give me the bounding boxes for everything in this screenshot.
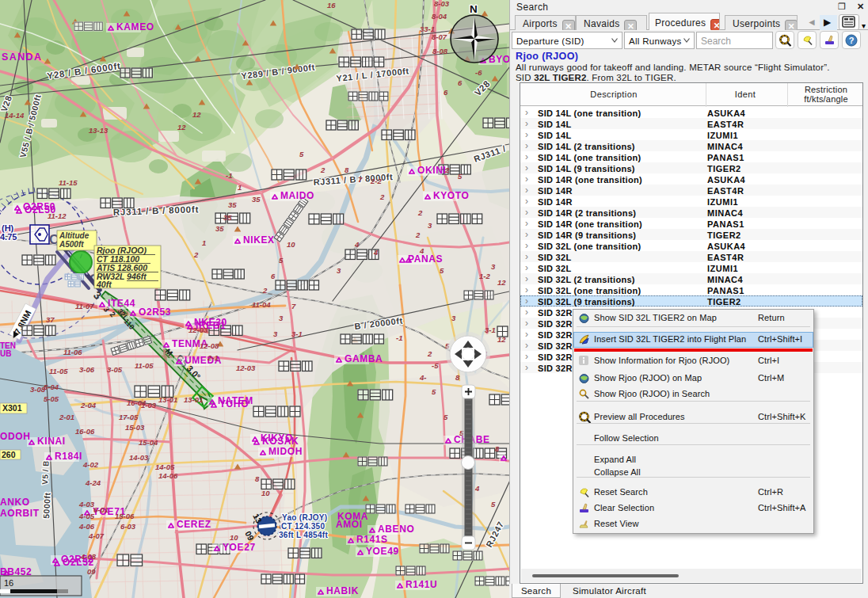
svg-text:11-05: 11-05	[49, 367, 68, 375]
svg-text:3-1: 3-1	[485, 326, 496, 334]
svg-text:2: 2	[417, 208, 423, 217]
svg-text:14-06: 14-06	[158, 471, 178, 480]
svg-text:33-1: 33-1	[420, 25, 435, 33]
svg-text:2: 2	[415, 230, 421, 239]
svg-text:4-06: 4-06	[78, 522, 95, 531]
svg-text:2-1: 2-1	[207, 353, 219, 362]
svg-text:5: 5	[440, 266, 444, 275]
svg-text:11-04: 11-04	[252, 300, 271, 309]
svg-text:16: 16	[327, 1, 336, 10]
svg-text:3: 3	[279, 314, 284, 322]
svg-text:2: 2	[379, 192, 385, 201]
svg-text:1-03: 1-03	[141, 401, 157, 409]
svg-text:10: 10	[230, 533, 238, 542]
svg-text:4-: 4-	[419, 373, 426, 382]
svg-text:3: 3	[337, 266, 341, 275]
svg-text:5: 5	[444, 413, 448, 421]
svg-text:5: 5	[279, 256, 284, 265]
svg-text:12: 12	[192, 110, 201, 119]
svg-text:10: 10	[261, 489, 270, 497]
svg-text:R141U: R141U	[405, 579, 437, 590]
svg-text:R184I: R184I	[55, 451, 82, 462]
svg-text:CEREZ: CEREZ	[177, 519, 211, 530]
svg-text:A500ft: A500ft	[59, 240, 84, 249]
svg-text:2-04: 2-04	[80, 401, 97, 409]
svg-text:8: 8	[495, 444, 500, 453]
svg-text:7: 7	[291, 302, 296, 310]
svg-text:6-01: 6-01	[93, 505, 108, 514]
svg-text:2-2: 2-2	[370, 177, 382, 185]
svg-text:1-2: 1-2	[479, 272, 490, 280]
svg-text:10: 10	[287, 240, 295, 249]
svg-text:3-1: 3-1	[291, 329, 303, 338]
svg-text:MIDOH: MIDOH	[268, 446, 303, 457]
svg-text:11-05: 11-05	[135, 361, 154, 370]
svg-text:V5 / B: V5 / B	[40, 460, 51, 485]
svg-text:2: 2	[262, 286, 268, 295]
svg-text:6: 6	[444, 88, 448, 97]
svg-text:14-03: 14-03	[129, 453, 149, 462]
svg-text:35: 35	[252, 195, 261, 204]
svg-text:16-06: 16-06	[75, 427, 95, 436]
svg-text:13-01: 13-01	[184, 395, 203, 404]
svg-text:15-04: 15-04	[139, 438, 158, 447]
svg-text:6-03: 6-03	[120, 522, 136, 531]
svg-text:17-05: 17-05	[119, 413, 139, 421]
svg-text:8: 8	[345, 166, 349, 174]
svg-text:12-03: 12-03	[188, 326, 208, 334]
svg-text:6: 6	[271, 272, 276, 280]
svg-text:16: 16	[4, 578, 13, 588]
svg-text:X301: X301	[2, 403, 22, 413]
svg-text:4: 4	[474, 484, 480, 493]
svg-text:6: 6	[458, 78, 463, 87]
svg-text:?: ?	[849, 36, 855, 45]
svg-text:NIKEX: NIKEX	[243, 234, 275, 246]
svg-text:MAIDO: MAIDO	[280, 190, 314, 201]
svg-text:8-03: 8-03	[434, 0, 450, 8]
svg-text:ODOH: ODOH	[0, 431, 30, 442]
svg-text:4-24: 4-24	[85, 478, 101, 487]
svg-text:4.75: 4.75	[0, 232, 17, 242]
svg-text:5: 5	[458, 172, 463, 181]
svg-text:1: 1	[202, 238, 206, 247]
svg-text:11-07: 11-07	[75, 302, 94, 310]
svg-text:AMOI: AMOI	[336, 519, 363, 530]
svg-text:260: 260	[2, 450, 16, 459]
svg-text:3-05: 3-05	[107, 365, 123, 374]
svg-text:11-12: 11-12	[48, 211, 67, 220]
svg-text:35: 35	[223, 213, 232, 222]
svg-text:2-01: 2-01	[59, 413, 74, 421]
svg-text:-5: -5	[432, 361, 439, 370]
svg-text:35: 35	[228, 200, 237, 209]
svg-text:15-03: 15-03	[125, 423, 145, 432]
svg-text:12-08: 12-08	[200, 341, 219, 350]
svg-text:SANDA: SANDA	[2, 51, 42, 63]
svg-text:HABIK: HABIK	[326, 585, 359, 596]
svg-text:AORBIT: AORBIT	[0, 508, 40, 519]
svg-text:14-05: 14-05	[155, 463, 175, 471]
svg-text:4-03: 4-03	[78, 500, 95, 508]
svg-text:5-04: 5-04	[44, 383, 59, 391]
svg-text:GAMBA: GAMBA	[345, 353, 383, 364]
svg-text:1: 1	[238, 183, 242, 192]
svg-text:Altitude: Altitude	[59, 231, 89, 240]
svg-text:3: 3	[451, 314, 456, 322]
svg-text:40ft: 40ft	[96, 280, 112, 289]
svg-text:-1: -1	[226, 171, 232, 180]
svg-text:KINAI: KINAI	[37, 436, 66, 447]
svg-text:PANAS: PANAS	[408, 253, 443, 265]
svg-text:YUHO: YUHO	[219, 398, 249, 409]
svg-text:12: 12	[497, 335, 506, 344]
svg-text:OKINI: OKINI	[417, 165, 446, 176]
svg-text:YOE27: YOE27	[223, 542, 256, 553]
svg-text:-1: -1	[396, 333, 402, 342]
svg-text:4: 4	[419, 246, 424, 255]
svg-text:12: 12	[177, 123, 186, 131]
svg-text:YOE49: YOE49	[366, 546, 399, 557]
svg-text:4-07: 4-07	[88, 531, 105, 540]
svg-text:3: 3	[273, 329, 278, 338]
svg-text:7: 7	[358, 175, 363, 184]
svg-text:12: 12	[497, 278, 506, 287]
svg-text:2: 2	[444, 166, 450, 174]
svg-text:3: 3	[491, 262, 496, 271]
